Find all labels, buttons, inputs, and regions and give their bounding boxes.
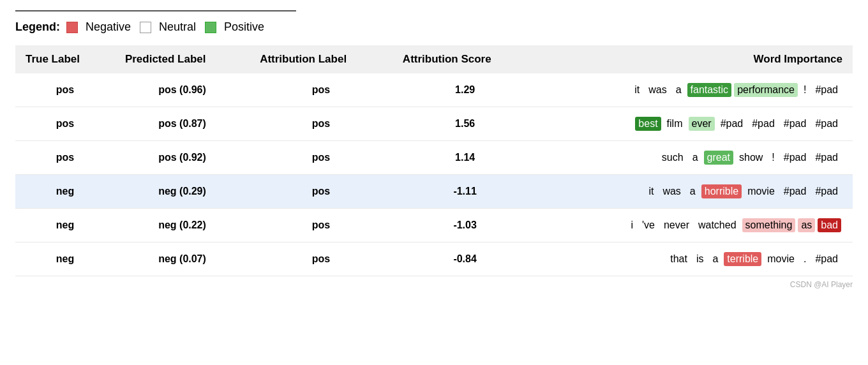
word-token: that bbox=[667, 252, 691, 266]
word-token: was bbox=[645, 83, 670, 97]
col-attribution-label: Attribution Label bbox=[250, 45, 393, 73]
table-row: pospos (0.92)pos1.14suchagreatshow!#pad#… bbox=[15, 141, 853, 175]
table-row: negneg (0.22)pos-1.03i'veneverwatchedsom… bbox=[15, 209, 853, 242]
table-row: negneg (0.29)pos-1.11itwasahorriblemovie… bbox=[15, 175, 853, 209]
main-table: True Label Predicted Label Attribution L… bbox=[15, 45, 853, 276]
table-row: negneg (0.07)pos-0.84thatisaterriblemovi… bbox=[15, 242, 853, 276]
col-word-importance: Word Importance bbox=[537, 45, 853, 73]
col-true-label: True Label bbox=[15, 45, 115, 73]
cell-attribution-score: 1.14 bbox=[393, 141, 538, 175]
cell-predicted-label: pos (0.92) bbox=[115, 141, 250, 175]
word-token: #pad bbox=[812, 151, 841, 165]
cell-word-importance: bestfilmever#pad#pad#pad#pad bbox=[537, 107, 853, 141]
cell-word-importance: i'veneverwatchedsomethingasbad bbox=[537, 209, 853, 242]
positive-label: Positive bbox=[224, 20, 264, 34]
neutral-label: Neutral bbox=[159, 20, 196, 34]
word-token: #pad bbox=[781, 184, 810, 198]
word-token: horrible bbox=[701, 184, 742, 198]
cell-predicted-label: neg (0.22) bbox=[115, 209, 250, 242]
word-token: #pad bbox=[749, 117, 778, 131]
cell-attribution-score: -1.11 bbox=[393, 175, 538, 209]
cell-predicted-label: pos (0.96) bbox=[115, 73, 250, 107]
cell-attribution-label: pos bbox=[250, 209, 393, 242]
cell-attribution-score: -0.84 bbox=[393, 242, 538, 276]
word-token: movie bbox=[764, 252, 798, 266]
cell-attribution-score: 1.29 bbox=[393, 73, 538, 107]
word-token: show bbox=[736, 151, 766, 165]
positive-color-box bbox=[205, 22, 216, 33]
top-border bbox=[15, 10, 296, 11]
word-token: 've bbox=[639, 218, 658, 232]
word-token: never bbox=[661, 218, 692, 232]
word-token: movie bbox=[744, 184, 778, 198]
cell-attribution-label: pos bbox=[250, 141, 393, 175]
cell-word-importance: itwasahorriblemovie#pad#pad bbox=[537, 175, 853, 209]
word-token: i bbox=[627, 218, 636, 232]
word-token: a bbox=[687, 184, 699, 198]
cell-attribution-label: pos bbox=[250, 242, 393, 276]
table-header-row: True Label Predicted Label Attribution L… bbox=[15, 45, 853, 73]
cell-true-label: pos bbox=[15, 141, 115, 175]
word-token: it bbox=[645, 184, 657, 198]
word-token: something bbox=[742, 218, 796, 232]
word-token: #pad bbox=[812, 252, 841, 266]
word-token: a bbox=[709, 252, 721, 266]
word-token: film bbox=[664, 117, 686, 131]
word-token: . bbox=[800, 252, 809, 266]
cell-attribution-label: pos bbox=[250, 175, 393, 209]
cell-word-importance: thatisaterriblemovie.#pad bbox=[537, 242, 853, 276]
col-attribution-score: Attribution Score bbox=[393, 45, 538, 73]
word-token: #pad bbox=[717, 117, 747, 131]
negative-label: Negative bbox=[86, 20, 131, 34]
col-predicted-label: Predicted Label bbox=[115, 45, 250, 73]
legend: Legend: Negative Neutral Positive bbox=[15, 20, 853, 34]
word-token: #pad bbox=[812, 83, 841, 97]
word-token: was bbox=[659, 184, 684, 198]
word-token: best bbox=[635, 117, 661, 131]
word-token: as bbox=[798, 218, 815, 232]
negative-color-box bbox=[66, 22, 78, 33]
cell-true-label: pos bbox=[15, 107, 115, 141]
cell-true-label: neg bbox=[15, 209, 115, 242]
cell-true-label: neg bbox=[15, 242, 115, 276]
word-token: a bbox=[689, 151, 701, 165]
cell-attribution-score: -1.03 bbox=[393, 209, 538, 242]
word-token: ever bbox=[689, 117, 715, 131]
word-token: fantastic bbox=[687, 83, 732, 97]
cell-attribution-score: 1.56 bbox=[393, 107, 538, 141]
word-token: terrible bbox=[724, 252, 761, 266]
table-row: pospos (0.87)pos1.56bestfilmever#pad#pad… bbox=[15, 107, 853, 141]
table-row: pospos (0.96)pos1.29itwasafantasticperfo… bbox=[15, 73, 853, 107]
cell-attribution-label: pos bbox=[250, 73, 393, 107]
word-token: bad bbox=[818, 218, 841, 232]
cell-word-importance: itwasafantasticperformance!#pad bbox=[537, 73, 853, 107]
legend-title: Legend: bbox=[15, 20, 60, 34]
cell-true-label: neg bbox=[15, 175, 115, 209]
word-token: watched bbox=[695, 218, 740, 232]
word-token: #pad bbox=[781, 117, 810, 131]
word-token: great bbox=[704, 151, 733, 165]
word-token: #pad bbox=[812, 184, 841, 198]
cell-predicted-label: pos (0.87) bbox=[115, 107, 250, 141]
cell-predicted-label: neg (0.29) bbox=[115, 175, 250, 209]
word-token: is bbox=[693, 252, 707, 266]
cell-true-label: pos bbox=[15, 73, 115, 107]
word-token: #pad bbox=[781, 151, 810, 165]
cell-predicted-label: neg (0.07) bbox=[115, 242, 250, 276]
word-token: ! bbox=[768, 151, 777, 165]
watermark: CSDN @AI Player bbox=[15, 280, 853, 289]
neutral-color-box bbox=[140, 22, 151, 33]
word-token: #pad bbox=[812, 117, 841, 131]
cell-word-importance: suchagreatshow!#pad#pad bbox=[537, 141, 853, 175]
cell-attribution-label: pos bbox=[250, 107, 393, 141]
word-token: it bbox=[631, 83, 643, 97]
word-token: such bbox=[659, 151, 687, 165]
word-token: a bbox=[673, 83, 685, 97]
word-token: performance bbox=[734, 83, 798, 97]
word-token: ! bbox=[800, 83, 809, 97]
